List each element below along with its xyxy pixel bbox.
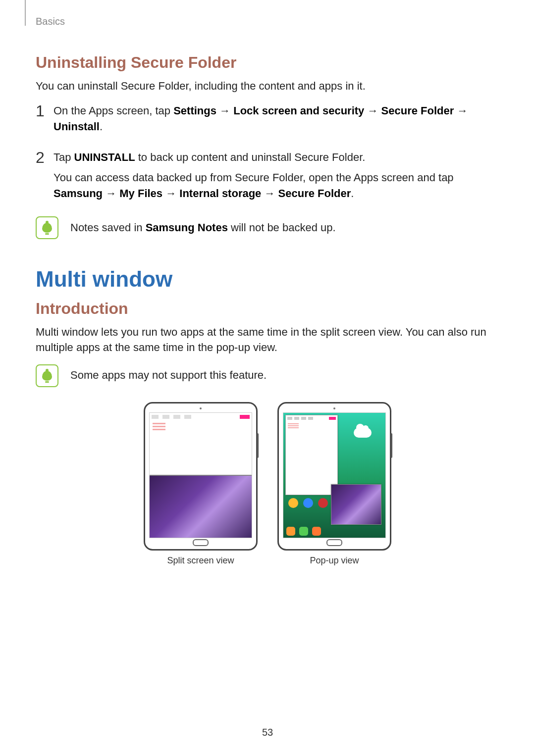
page-number: 53 bbox=[0, 727, 535, 738]
caption-split: Split screen view bbox=[167, 555, 234, 566]
step1-b4: Uninstall bbox=[54, 120, 100, 133]
step-body-2: Tap UNINSTALL to back up content and uni… bbox=[54, 150, 499, 207]
tablet-illustration-2 bbox=[277, 402, 391, 551]
tablet-illustration-1 bbox=[144, 402, 258, 551]
note-text-2: Some apps may not support this feature. bbox=[70, 368, 267, 383]
step1-b3: Secure Folder bbox=[381, 104, 454, 117]
side-rule bbox=[25, 0, 26, 26]
step-body-1: On the Apps screen, tap Settings → Lock … bbox=[54, 103, 499, 140]
note-1: Notes saved in Samsung Notes will not be… bbox=[36, 216, 499, 239]
para-intro-2: Multi window lets you run two apps at th… bbox=[36, 325, 499, 355]
step1-b2: Lock screen and security bbox=[233, 104, 364, 117]
heading-multi-window: Multi window bbox=[36, 267, 499, 292]
heading-uninstalling: Uninstalling Secure Folder bbox=[36, 53, 499, 72]
note-text-1: Notes saved in Samsung Notes will not be… bbox=[70, 220, 336, 236]
step-2: 2 Tap UNINSTALL to back up content and u… bbox=[36, 150, 499, 207]
note-2: Some apps may not support this feature. bbox=[36, 364, 499, 387]
breadcrumb: Basics bbox=[36, 16, 65, 27]
caption-popup: Pop-up view bbox=[310, 555, 359, 566]
para-intro-1: You can uninstall Secure Folder, includi… bbox=[36, 79, 499, 94]
bell-icon bbox=[36, 216, 58, 239]
step-1: 1 On the Apps screen, tap Settings → Loc… bbox=[36, 103, 499, 140]
step-num-2: 2 bbox=[36, 150, 54, 165]
step1-b1: Settings bbox=[173, 104, 216, 117]
figure-popup: Pop-up view bbox=[277, 402, 391, 566]
heading-introduction: Introduction bbox=[36, 300, 499, 318]
figure-split-screen: Split screen view bbox=[144, 402, 258, 566]
step2-b: UNINSTALL bbox=[74, 151, 135, 163]
bell-icon bbox=[36, 364, 58, 387]
step1-text: On the Apps screen, tap bbox=[54, 104, 173, 117]
step-num-1: 1 bbox=[36, 103, 54, 119]
